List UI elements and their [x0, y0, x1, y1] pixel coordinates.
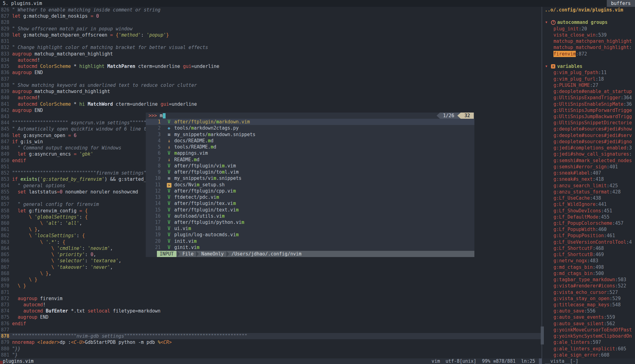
sidebar-item[interactable]: g:Lf_DefaultMode:455 — [542, 214, 635, 220]
fuzzy-search-input-row[interactable]: >>> m 1/26 32 — [146, 113, 474, 119]
editor-line[interactable]: 878"""""""""""""""""""""""nvim-gdb setti… — [0, 333, 541, 339]
sidebar-item[interactable]: g:netrw_nogx:483 — [542, 258, 635, 264]
sidebar-item[interactable]: g:Lf_ShortcutF:468 — [542, 245, 635, 251]
sidebar-item[interactable]: vista_close_win:539 — [542, 32, 635, 38]
sidebar-item[interactable]: g:anzu_status_format:428 — [542, 189, 635, 195]
search-result-row[interactable]: 3≡my_snippets/markdown.snippets — [146, 131, 474, 138]
editor-line[interactable]: 833augroup matchup_matchparen_highlight — [0, 51, 541, 57]
sidebar-item[interactable]: g:titlecase_map_keys:548 — [542, 302, 635, 308]
search-result-row[interactable]: 14Vafter/ftplugin/tex.vim — [146, 200, 474, 206]
sidebar-item[interactable]: g:Lf_ShowDevIcons:451 — [542, 208, 635, 214]
sidebar-item[interactable]: g:sneak#s_next:418 — [542, 176, 635, 182]
search-result-row[interactable]: 18Vui.vim — [146, 225, 474, 232]
editor-line[interactable]: 876endif — [0, 321, 541, 327]
editor-line[interactable]: 879nnoremap <leader>dp :<C-U>GdbStartPDB… — [0, 339, 541, 345]
sidebar-item[interactable]: g:semshi#mark_selected_nodes — [542, 158, 635, 164]
sidebar-item[interactable]: g:auto_save_events:559 — [542, 314, 635, 320]
search-result-row[interactable]: 1Vafter/ftplugin/markdown.vim — [146, 119, 474, 125]
tab-current-buffer[interactable]: 5. plugins.vim — [0, 0, 42, 7]
sidebar-item[interactable]: g:yoinkSyncSystemClipboardOn — [542, 333, 635, 339]
editor-line[interactable]: 880"}} — [0, 346, 541, 352]
sidebar-item[interactable]: g:anzu_search_limit:425 — [542, 183, 635, 189]
editor-line[interactable]: 836augroup END — [0, 69, 541, 76]
sidebar-item[interactable]: g:md_ctags_bin:500 — [542, 270, 635, 277]
sidebar-item[interactable]: matchup_matchword_highlight: — [542, 44, 635, 51]
editor-line[interactable]: 837 — [0, 76, 541, 82]
search-result-row[interactable]: 2◆tools/markdown2ctags.py — [146, 125, 474, 131]
sidebar-item[interactable]: g:deoplete#sources#jedi#serv — [542, 132, 635, 139]
editor-line[interactable]: 871 — [0, 289, 541, 295]
search-result-row[interactable]: 4↓docs/README.md — [146, 138, 474, 144]
sidebar-item[interactable]: g:jedi#completions_enabled:3 — [542, 145, 635, 151]
editor-line[interactable]: 828 — [0, 19, 541, 25]
search-result-row[interactable]: 13Vftdetect/pdc.vim — [146, 194, 474, 200]
sidebar-item[interactable]: g:deoplete#sources#jedi#show — [542, 126, 635, 132]
sidebar-scrollbar-thumb[interactable] — [541, 326, 544, 344]
search-result-row[interactable]: 21Vginit.vim — [146, 244, 474, 251]
editor-line[interactable]: 870 \ } — [0, 283, 541, 289]
sidebar-item[interactable]: g:deoplete#enable_at_startup — [542, 88, 635, 95]
editor-line[interactable]: 831 — [0, 38, 541, 44]
search-result-row[interactable]: 9Vafter/ftplugin/toml.vim — [146, 169, 474, 175]
editor-line[interactable]: 832" Change highlight color of matching … — [0, 44, 541, 51]
sidebar-item[interactable]: g:Lf_ShortcutB:469 — [542, 251, 635, 258]
collapse-arrow-icon[interactable]: ▼ — [545, 63, 551, 69]
editor-line[interactable]: 826" Whether to enable matching inside c… — [0, 7, 541, 13]
search-result-row[interactable]: 6Vmappings.vim — [146, 150, 474, 156]
sidebar-item[interactable]: g:deoplete#sources#jedi#igno — [542, 139, 635, 145]
search-result-row[interactable]: 5↓tools/README.md — [146, 144, 474, 150]
editor-line[interactable]: 869 \ } — [0, 277, 541, 283]
editor-line[interactable]: 830let g:matchup_matchparen_offscreen = … — [0, 32, 541, 38]
editor-line[interactable]: 874 autocmd BufEnter *.txt setlocal file… — [0, 308, 541, 314]
editor-line[interactable]: 875 augroup END — [0, 314, 541, 320]
search-result-row[interactable]: 17Vafter/ftplugin/python.vim — [146, 219, 474, 225]
sidebar-item[interactable]: plug_init:20 — [542, 26, 635, 32]
sidebar-item[interactable]: g:UltiSnipsSnippetDirectorie — [542, 120, 635, 126]
search-result-row[interactable]: 8Vafter/ftplugin/vim.vim — [146, 163, 474, 169]
editor-line[interactable]: 834 autocmd! — [0, 57, 541, 63]
editor-line[interactable]: 881"} — [0, 352, 541, 358]
editor-line[interactable]: 838" Show matching keyword as underlined… — [0, 82, 541, 88]
sidebar-item[interactable]: g:semshi#error_sign:401 — [542, 164, 635, 170]
sidebar-item[interactable]: g:Lf_PopupColorscheme:457 — [542, 220, 635, 226]
editor-line[interactable]: 873 autocmd! — [0, 302, 541, 308]
sidebar-item[interactable]: g:md_ctags_bin:498 — [542, 264, 635, 270]
editor-line[interactable]: 841 autocmd ColorScheme * hi MatchWord c… — [0, 101, 541, 107]
sidebar-item[interactable]: matchup_matchparen_highlight — [542, 38, 635, 44]
editor-line[interactable]: 868 \ }, — [0, 270, 541, 277]
search-result-row[interactable]: 20Vinit.vim — [146, 238, 474, 244]
sidebar-item[interactable]: g:UltiSnipsEnableSnipMate:36 — [542, 101, 635, 107]
sidebar-item[interactable]: g:tagbar_type_markdown:503 — [542, 277, 635, 283]
sidebar-item[interactable]: g:jedi#show_call_signatures: — [542, 151, 635, 157]
editor-line[interactable]: 877 — [0, 327, 541, 333]
search-result-row[interactable]: 7↓README.md — [146, 157, 474, 163]
tab-buffers[interactable]: buffers — [607, 0, 635, 7]
sidebar-item[interactable]: g:Lf_UseCache:438 — [542, 195, 635, 201]
sidebar-item[interactable]: g:PLUGIN_HOME:27 — [542, 82, 635, 88]
sidebar-item[interactable]: g:sneak#label:407 — [542, 170, 635, 176]
search-result-row[interactable]: 11>docs/Nvim_setup.sh — [146, 182, 474, 188]
sidebar-item[interactable]: g:vista_echo_cursor:527 — [542, 289, 635, 295]
sidebar-item[interactable]: g:vista#renderer#icons:522 — [542, 283, 635, 289]
collapse-arrow-icon[interactable]: ▼ — [545, 19, 551, 25]
sidebar-item[interactable]: g:Lf_PopupPosition:461 — [542, 233, 635, 239]
sidebar-group-header[interactable]: ▼xvariables — [542, 63, 635, 69]
sidebar-item[interactable]: g:UltiSnipsJumpForwardTrigge — [542, 107, 635, 113]
sidebar-item[interactable]: g:yoinkMoveCursorToEndOfPast — [542, 327, 635, 333]
editor-line[interactable]: 827let g:matchup_delim_noskips = 0 — [0, 13, 541, 19]
sidebar-item[interactable]: g:ale_linters:597 — [542, 339, 635, 345]
editor-line[interactable]: 872 augroup firenvim — [0, 295, 541, 302]
sidebar-item[interactable]: firenvim:872 — [542, 51, 635, 57]
sidebar-item[interactable]: g:UltiSnipsJumpBackwardTrigg — [542, 113, 635, 120]
editor-line[interactable]: 867 \ 'takeover': 'never', — [0, 264, 541, 270]
editor-line[interactable]: 840 autocmd! — [0, 95, 541, 101]
sidebar-item[interactable]: g:UltiSnipsExpandTrigger:364 — [542, 95, 635, 101]
search-result-row[interactable]: 19Vplugin/log-autocmds.vim — [146, 232, 474, 238]
search-result-row[interactable]: 10≡my_snippets/vim.snippets — [146, 175, 474, 181]
search-result-row[interactable]: 12Vafter/ftplugin/cpp.vim — [146, 188, 474, 194]
sidebar-item[interactable]: g:vim_plug_fpath:11 — [542, 69, 635, 76]
editor-line[interactable]: 839augroup matchup_matchword_highlight — [0, 88, 541, 95]
search-result-row[interactable]: 15Vafter/ftplugin/text.vim — [146, 207, 474, 213]
sidebar-item[interactable]: g:vim_plug_furl:18 — [542, 76, 635, 82]
sidebar-item[interactable]: g:auto_save_silent:562 — [542, 321, 635, 327]
